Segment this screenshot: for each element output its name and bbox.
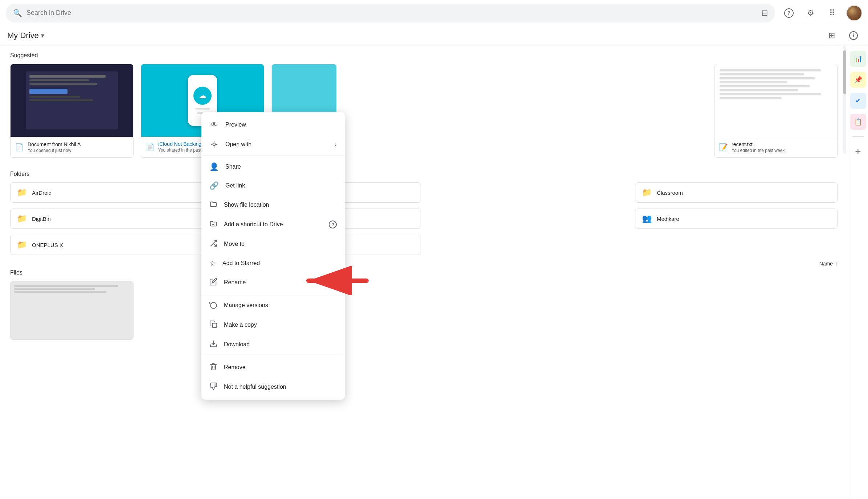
menu-item-get-link[interactable]: 🔗 Get link xyxy=(201,176,345,195)
folder-shared-icon-3: 👥 xyxy=(642,214,652,223)
menu-item-manage-versions[interactable]: Manage versions xyxy=(201,296,345,315)
card-thumbnail-1 xyxy=(11,64,133,137)
settings-button[interactable]: ⚙ xyxy=(803,5,819,21)
menu-item-open-with[interactable]: Open with › xyxy=(201,135,345,154)
move-to-label: Move to xyxy=(224,241,245,247)
sidebar-tasks-icon[interactable]: ✔ xyxy=(850,93,866,109)
filter-icon[interactable]: ⊟ xyxy=(761,8,768,18)
file-thumb-1[interactable] xyxy=(10,281,134,340)
folder-item-classroom[interactable]: 📁 Classroom xyxy=(635,182,838,203)
content-area: Suggested 📄 D xyxy=(0,45,848,499)
folder-item-airdroid[interactable]: 📁 AirDroid xyxy=(10,182,213,203)
download-label: Download xyxy=(224,341,250,348)
name-sort-button[interactable]: Name ↑ xyxy=(819,261,838,267)
share-label: Share xyxy=(225,164,241,170)
file-icon-1: 📄 xyxy=(15,143,24,152)
sidebar-sheets-icon[interactable]: 📊 xyxy=(850,51,866,67)
menu-divider-1 xyxy=(201,156,345,156)
file-thumb-img-1 xyxy=(11,281,133,339)
add-starred-label: Add to Starred xyxy=(222,260,260,267)
preview-label: Preview xyxy=(225,121,246,128)
card-title-1: Document from Nikhil A xyxy=(28,141,81,147)
file-icon-4: 📝 xyxy=(719,143,728,152)
folder-icon: 📁 xyxy=(17,188,27,197)
toolbar: My Drive ▾ ⊞ i xyxy=(0,26,868,45)
list-view-button[interactable]: ⊞ xyxy=(824,28,839,43)
suggested-section-header: Suggested xyxy=(10,52,838,59)
thumbs-down-icon xyxy=(209,382,217,392)
menu-item-preview[interactable]: 👁 Preview xyxy=(201,115,345,135)
files-section-header: Files xyxy=(10,269,838,276)
svg-rect-7 xyxy=(212,323,217,327)
folder-icon-classroom: 📁 xyxy=(642,188,652,197)
rename-label: Rename xyxy=(224,279,246,286)
menu-item-make-copy[interactable]: Make a copy xyxy=(201,315,345,335)
menu-item-download[interactable]: Download xyxy=(201,335,345,354)
folder-item-digitbin[interactable]: 📁 DigitBin xyxy=(10,209,213,229)
name-sort-label: Name xyxy=(819,261,833,267)
menu-item-share[interactable]: 👤 Share xyxy=(201,157,345,176)
file-card-1[interactable]: 📄 Document from Nikhil A You opened it j… xyxy=(10,64,134,158)
menu-item-move-to[interactable]: Move to xyxy=(201,234,345,254)
sidebar-add-button[interactable]: + xyxy=(850,143,866,159)
files-row xyxy=(10,281,838,340)
move-icon xyxy=(209,239,217,249)
versions-icon xyxy=(209,301,217,310)
menu-item-rename[interactable]: Rename xyxy=(201,273,345,292)
toolbar-right: ⊞ i xyxy=(824,28,861,43)
card-title-4: recent.txt xyxy=(732,141,785,147)
folder-name-digitbin: DigitBin xyxy=(32,216,51,222)
folders-section-header: Folders xyxy=(10,171,838,177)
sidebar-pink-app-icon[interactable]: 📋 xyxy=(850,114,866,130)
search-input[interactable] xyxy=(26,9,757,17)
apps-button[interactable]: ⠿ xyxy=(824,5,840,21)
svg-point-0 xyxy=(213,143,215,145)
trash-icon xyxy=(209,363,217,372)
folder-icon-digitbin: 📁 xyxy=(17,214,27,223)
menu-item-not-helpful[interactable]: Not a helpful suggestion xyxy=(201,377,345,397)
help-icon: ? xyxy=(784,8,794,18)
scrollbar-thumb xyxy=(843,50,846,94)
menu-item-add-starred[interactable]: ☆ Add to Starred xyxy=(201,254,345,273)
folder-name-airdroid: AirDroid xyxy=(32,190,52,196)
folder-outline-icon xyxy=(209,200,217,210)
show-location-label: Show file location xyxy=(224,202,269,208)
copy-icon xyxy=(209,320,217,330)
avatar[interactable] xyxy=(846,5,862,21)
file-card-4[interactable]: 📝 recent.txt You edited in the past week xyxy=(714,64,838,158)
manage-versions-label: Manage versions xyxy=(224,302,268,309)
folder-empty-col3-row2 xyxy=(427,209,629,229)
card-subtitle-1: You opened it just now xyxy=(28,148,81,153)
download-icon xyxy=(209,340,217,349)
sidebar-keep-icon[interactable]: 📌 xyxy=(850,72,866,88)
folder-item-oneplus[interactable]: 📁 ONEPLUS X xyxy=(10,235,213,255)
main-area: Suggested 📄 D xyxy=(0,45,868,499)
chevron-down-icon: ▾ xyxy=(41,32,44,40)
menu-item-show-location[interactable]: Show file location xyxy=(201,195,345,215)
folder-name-medikare: Medikare xyxy=(657,216,679,222)
scrollbar-track[interactable] xyxy=(843,45,846,154)
search-bar[interactable]: 🔍 ⊟ xyxy=(6,4,775,22)
menu-item-add-shortcut[interactable]: Add a shortcut to Drive ? xyxy=(201,215,345,234)
folders-grid: 📁 AirDroid 👥 Amazon Prime Video 📁 Classr… xyxy=(10,182,838,255)
folder-icon-oneplus: 📁 xyxy=(17,240,27,249)
pencil-icon xyxy=(209,278,217,287)
help-button[interactable]: ? xyxy=(781,5,797,21)
file-icon-2: 📄 xyxy=(146,143,155,151)
folder-name-classroom: Classroom xyxy=(657,190,683,196)
name-sort-bar: Name ↑ xyxy=(10,261,838,267)
open-with-label: Open with xyxy=(225,141,251,148)
menu-item-remove[interactable]: Remove xyxy=(201,358,345,377)
remove-label: Remove xyxy=(224,364,246,371)
not-helpful-label: Not a helpful suggestion xyxy=(224,384,286,390)
add-shortcut-label: Add a shortcut to Drive xyxy=(224,221,283,228)
folder-item-medikare[interactable]: 👥 Medikare xyxy=(635,209,838,229)
shortcut-icon xyxy=(209,220,217,229)
my-drive-button[interactable]: My Drive ▾ xyxy=(7,31,44,40)
card-info-4: 📝 recent.txt You edited in the past week xyxy=(715,137,837,157)
search-icon: 🔍 xyxy=(13,9,22,17)
folder-empty-col3-row1 xyxy=(427,182,629,203)
card-thumbnail-4 xyxy=(715,64,837,137)
my-drive-label: My Drive xyxy=(7,31,39,40)
info-button[interactable]: i xyxy=(846,28,861,43)
